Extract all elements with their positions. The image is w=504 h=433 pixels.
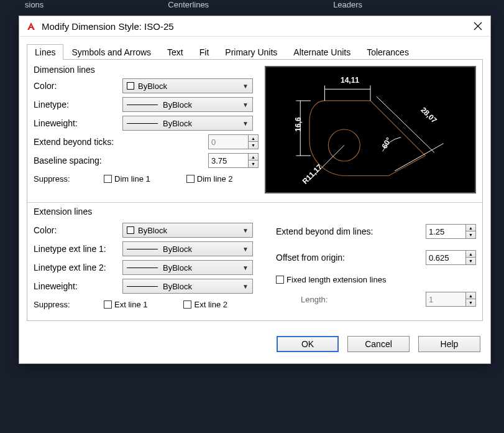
label-lineweight: Lineweight: <box>34 118 117 128</box>
chevron-down-icon: ▼ <box>242 120 249 127</box>
spin-down-icon[interactable]: ▼ <box>249 161 258 167</box>
tab-symbols-arrows[interactable]: Symbols and Arrows <box>63 44 159 60</box>
preview-dim-top: 14,11 <box>341 76 359 85</box>
preview-dim-left: 16,6 <box>294 117 303 131</box>
spinner-offset-origin[interactable]: ▲▼ <box>426 250 476 265</box>
lineweight-sample-icon <box>127 123 158 124</box>
svg-line-8 <box>395 144 443 171</box>
label-length: Length: <box>301 295 375 304</box>
background-ribbon: sions Centerlines Leaders <box>0 0 504 9</box>
spin-down-icon[interactable]: ▼ <box>466 258 475 264</box>
checkbox-box-icon <box>104 300 112 309</box>
chevron-down-icon: ▼ <box>242 101 249 108</box>
combo-dim-linetype[interactable]: ByBlock ▼ <box>122 97 253 112</box>
label-ext-lt2: Linetype ext line 2: <box>34 263 117 272</box>
tab-text[interactable]: Text <box>159 44 191 60</box>
checkbox-ext-line-2[interactable]: Ext line 2 <box>183 300 227 309</box>
tab-panel-lines: Dimension lines Color: ByBlock ▼ Linetyp… <box>27 59 483 321</box>
help-button[interactable]: Help <box>418 336 480 352</box>
label-ext-color: Color: <box>34 225 117 235</box>
combo-dim-color[interactable]: ByBlock ▼ <box>122 78 253 93</box>
label-color: Color: <box>34 81 117 91</box>
chevron-down-icon: ▼ <box>242 227 249 234</box>
divider <box>27 202 482 203</box>
autocad-logo-icon <box>25 21 37 32</box>
combo-ext-lineweight[interactable]: ByBlock ▼ <box>122 279 253 294</box>
chevron-down-icon: ▼ <box>242 83 249 90</box>
spin-up-icon[interactable]: ▲ <box>466 292 475 299</box>
close-icon[interactable] <box>472 20 484 32</box>
combo-ext-lt2[interactable]: ByBlock ▼ <box>122 260 253 275</box>
tab-lines[interactable]: Lines <box>27 44 63 60</box>
titlebar: Modify Dimension Style: ISO-25 <box>19 16 490 37</box>
group-extension-lines: Extension lines <box>34 207 476 216</box>
linetype-sample-icon <box>127 105 158 105</box>
spinner-baseline-spacing[interactable]: ▲▼ <box>208 153 259 168</box>
spin-down-icon[interactable]: ▼ <box>466 231 475 238</box>
input-offset-origin[interactable] <box>426 250 466 265</box>
tab-alternate-units[interactable]: Alternate Units <box>285 44 359 60</box>
label-extend-ticks: Extend beyond ticks: <box>34 137 145 147</box>
label-baseline-spacing: Baseline spacing: <box>34 156 145 165</box>
input-length <box>426 292 466 307</box>
combo-ext-color[interactable]: ByBlock ▼ <box>122 223 253 238</box>
tab-strip: Lines Symbols and Arrows Text Fit Primar… <box>19 37 490 60</box>
group-dimension-lines: Dimension lines <box>34 65 259 75</box>
spin-up-icon[interactable]: ▲ <box>249 154 258 161</box>
label-ext-suppress: Suppress: <box>34 300 93 309</box>
input-extend-beyond-dim[interactable] <box>426 224 466 239</box>
checkbox-fixed-length[interactable]: Fixed length extension lines <box>276 275 386 284</box>
label-ext-lt1: Linetype ext line 1: <box>34 244 117 254</box>
checkbox-box-icon <box>104 175 112 183</box>
checkbox-box-icon <box>186 175 195 183</box>
spin-up-icon[interactable]: ▲ <box>466 251 475 258</box>
combo-dim-lineweight[interactable]: ByBlock ▼ <box>122 116 253 131</box>
color-swatch-icon <box>127 82 134 90</box>
color-swatch-icon <box>127 226 134 234</box>
chevron-down-icon: ▼ <box>242 283 249 290</box>
lineweight-sample-icon <box>127 286 158 287</box>
dialog-title: Modify Dimension Style: ISO-25 <box>42 21 174 32</box>
cancel-button[interactable]: Cancel <box>347 336 410 352</box>
spinner-length[interactable]: ▲▼ <box>426 292 476 307</box>
preview-pane: 14,11 16,6 28,07 60° R11,17 <box>265 66 476 193</box>
tab-tolerances[interactable]: Tolerances <box>359 44 417 60</box>
spinner-extend-ticks[interactable]: ▲▼ <box>208 134 259 149</box>
spin-up-icon[interactable]: ▲ <box>466 225 475 231</box>
chevron-down-icon: ▼ <box>242 246 249 253</box>
tab-fit[interactable]: Fit <box>191 44 218 60</box>
combo-ext-lt1[interactable]: ByBlock ▼ <box>122 241 253 256</box>
checkbox-dim-line-1[interactable]: Dim line 1 <box>104 174 150 184</box>
spin-up-icon[interactable]: ▲ <box>249 135 258 142</box>
label-ext-lineweight: Lineweight: <box>34 281 117 291</box>
spinner-extend-beyond-dim[interactable]: ▲▼ <box>426 224 476 239</box>
label-suppress: Suppress: <box>34 174 93 184</box>
modify-dimension-style-dialog: Modify Dimension Style: ISO-25 Lines Sym… <box>19 16 491 364</box>
dialog-buttons: OK Cancel Help <box>19 328 490 363</box>
label-offset-origin: Offset from origin: <box>276 253 382 263</box>
chevron-down-icon: ▼ <box>242 264 249 271</box>
spin-down-icon[interactable]: ▼ <box>466 299 475 306</box>
input-extend-ticks <box>208 134 249 149</box>
linetype-sample-icon <box>127 268 158 268</box>
spin-down-icon[interactable]: ▼ <box>249 142 258 149</box>
checkbox-box-icon <box>276 276 284 284</box>
ok-button[interactable]: OK <box>277 336 339 352</box>
linetype-sample-icon <box>127 249 158 249</box>
tab-primary-units[interactable]: Primary Units <box>217 44 285 60</box>
input-baseline-spacing[interactable] <box>208 153 249 168</box>
checkbox-box-icon <box>183 300 191 309</box>
checkbox-dim-line-2[interactable]: Dim line 2 <box>186 174 233 184</box>
label-extend-beyond-dim: Extend beyond dim lines: <box>276 226 382 236</box>
checkbox-ext-line-1[interactable]: Ext line 1 <box>104 300 147 309</box>
label-linetype: Linetype: <box>34 100 117 109</box>
